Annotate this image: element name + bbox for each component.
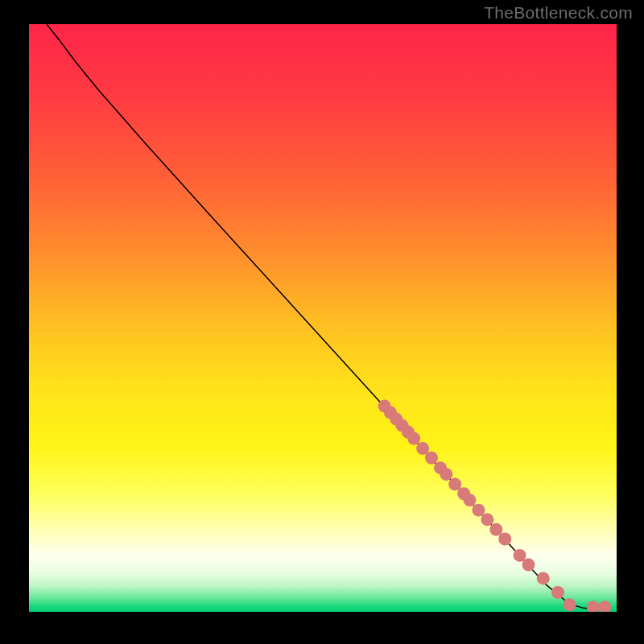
data-marker (425, 452, 438, 464)
data-marker (522, 559, 535, 572)
watermark-text: TheBottleneck.com (484, 3, 633, 23)
data-marker (416, 442, 429, 455)
data-marker (564, 598, 576, 611)
chart-plot (29, 24, 617, 612)
chart-stage: TheBottleneck.com (0, 0, 644, 644)
data-marker (448, 478, 461, 491)
data-marker (498, 532, 511, 545)
data-marker (489, 523, 502, 536)
data-marker (537, 572, 550, 584)
data-marker (440, 468, 452, 481)
data-marker (472, 504, 485, 517)
data-marker (481, 513, 493, 526)
data-marker (551, 586, 564, 599)
data-marker (464, 493, 477, 506)
data-marker (407, 432, 420, 445)
plot-background (29, 24, 617, 612)
data-marker (514, 549, 526, 562)
